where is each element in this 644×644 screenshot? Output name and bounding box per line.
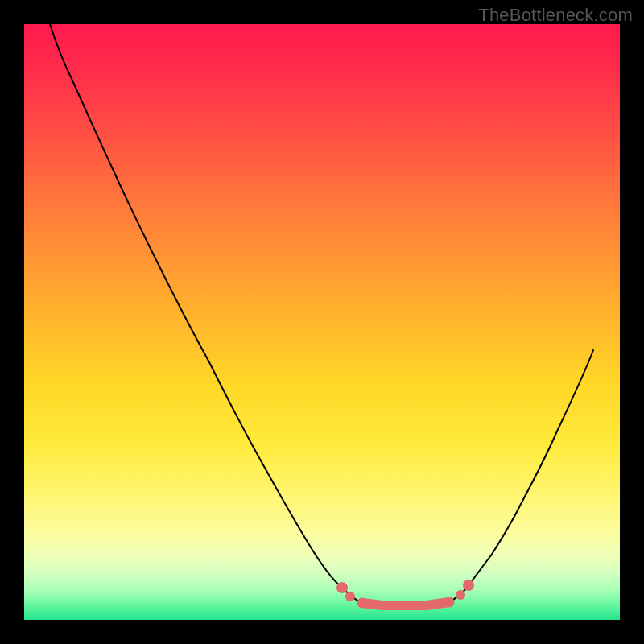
chart-stage: TheBottleneck.com [0,0,644,644]
optimal-region-path [362,602,449,605]
marker-dot [444,597,455,608]
marker-dot [345,592,355,601]
marker-dot [463,580,474,591]
marker-dot [456,590,465,600]
optimal-region-markers [336,580,474,609]
curve-svg [24,24,620,620]
bottleneck-curve [50,24,593,605]
plot-area [24,24,620,620]
marker-dot [357,598,368,609]
marker-dot [336,582,348,593]
watermark-text: TheBottleneck.com [478,5,633,26]
